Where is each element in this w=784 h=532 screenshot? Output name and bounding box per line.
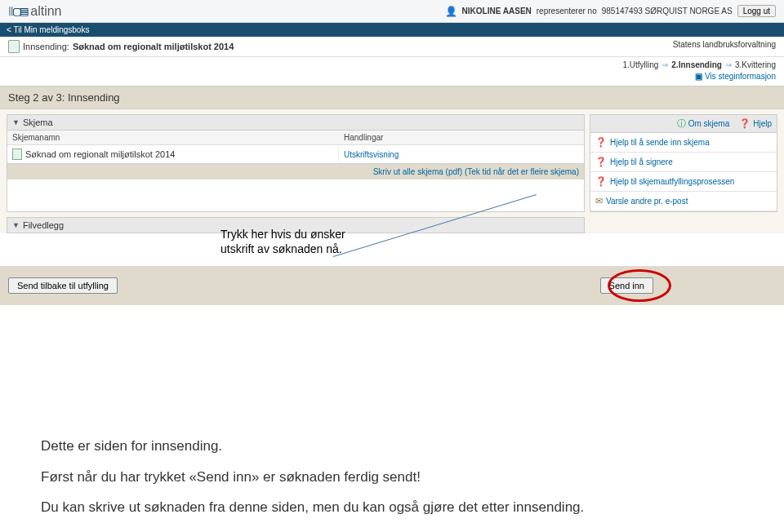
notify-others[interactable]: ✉Varsle andre pr. e-post bbox=[590, 192, 777, 211]
schema-row-action: Utskriftsvisning bbox=[339, 145, 584, 163]
send-button[interactable]: Send inn bbox=[600, 277, 653, 294]
back-link[interactable]: < Til Min meldingsboks bbox=[7, 25, 89, 34]
step-2: 2.Innsending bbox=[671, 60, 722, 69]
schema-body: Skjemanamn Handlingar Søknad om regional… bbox=[7, 131, 584, 180]
mail-icon: ✉ bbox=[595, 196, 603, 206]
schema-header[interactable]: ▼ Skjema bbox=[7, 115, 584, 131]
step-title: Steg 2 av 3: Innsending bbox=[0, 86, 784, 109]
arrow-icon: ⇒ bbox=[662, 60, 668, 69]
col-name-header: Skjemanamn bbox=[7, 131, 339, 145]
schema-header-label: Skjema bbox=[23, 117, 53, 127]
user-name: NIKOLINE AASEN bbox=[462, 7, 532, 16]
explain-p3: Du kan skrive ut søknaden fra denne side… bbox=[41, 497, 743, 518]
explain-p2: Først når du har trykket «Send inn» er s… bbox=[41, 467, 743, 488]
help-fill[interactable]: ❓Hjelp til skjemautfyllingsprosessen bbox=[590, 172, 777, 192]
print-all-link[interactable]: Skriv ut alle skjema (pdf) (Tek tid når … bbox=[373, 167, 579, 176]
sub-header: Innsending: Søknad om regionalt miljøtil… bbox=[0, 37, 784, 57]
chevron-down-icon: ▼ bbox=[12, 221, 20, 229]
back-bar: < Til Min meldingsboks bbox=[0, 23, 784, 37]
help-link[interactable]: ❓ Hjelp bbox=[739, 117, 772, 130]
filvedlegg-label: Filvedlegg bbox=[23, 220, 64, 230]
help-icon: ❓ bbox=[739, 118, 751, 129]
help-icon: ❓ bbox=[595, 137, 607, 148]
logo-text: altinn bbox=[30, 4, 61, 19]
step-info-link[interactable]: ▣Vis steginformasjon bbox=[695, 72, 776, 81]
main-grid: ▼ Skjema Skjemanamn Handlingar Søknad om… bbox=[0, 109, 784, 212]
side-panel: ⓘ Om skjema ❓ Hjelp ❓Hjelp til å sende i… bbox=[590, 114, 777, 212]
org-name: 985147493 SØRQUIST NORGE AS bbox=[602, 7, 733, 16]
arrow-icon: ⇒ bbox=[725, 60, 732, 69]
explanation: Dette er siden for innsending. Først når… bbox=[0, 305, 784, 532]
top-bar: ⦀▢▤ altinn 👤 NIKOLINE AASEN representere… bbox=[0, 0, 784, 23]
sub-left: Innsending: Søknad om regionalt miljøtil… bbox=[8, 40, 234, 53]
help-icon: ❓ bbox=[595, 176, 607, 187]
user-icon: 👤 bbox=[445, 6, 457, 17]
steps-row: 1.Utfylling ⇒ 2.Innsending ⇒ 3.Kvitterin… bbox=[0, 57, 784, 71]
logout-button[interactable]: Logg ut bbox=[737, 5, 776, 17]
logo: ⦀▢▤ altinn bbox=[8, 3, 62, 19]
action-bar: Send tilbake til utfylling Trykk her hvi… bbox=[0, 266, 784, 305]
step-1: 1.Utfylling bbox=[622, 60, 658, 69]
explain-p1: Dette er siden for innsending. bbox=[41, 436, 743, 457]
about-schema[interactable]: ⓘ Om skjema bbox=[677, 117, 730, 130]
represents-label: representerer no bbox=[537, 7, 597, 16]
document-icon bbox=[8, 40, 20, 53]
back-to-fill-button[interactable]: Send tilbake til utfylling bbox=[8, 277, 118, 294]
plus-icon: ▣ bbox=[695, 72, 702, 81]
filvedlegg-row: ▼ Filvedlegg bbox=[0, 212, 784, 233]
step-3: 3.Kvittering bbox=[735, 60, 776, 69]
document-icon bbox=[12, 149, 22, 160]
form-title: Søknad om regionalt miljøtilskot 2014 bbox=[73, 42, 234, 51]
print-view-link[interactable]: Utskriftsvisning bbox=[344, 150, 399, 159]
steps-info: ▣Vis steginformasjon bbox=[0, 71, 784, 86]
help-icon: ❓ bbox=[595, 157, 607, 167]
help-send[interactable]: ❓Hjelp til å sende inn skjema bbox=[590, 133, 777, 153]
schema-panel: ▼ Skjema Skjemanamn Handlingar Søknad om… bbox=[7, 114, 585, 212]
side-head: ⓘ Om skjema ❓ Hjelp bbox=[590, 115, 777, 133]
agency-name: Statens landbruksforvaltning bbox=[673, 40, 776, 53]
innsending-label: Innsending: bbox=[23, 42, 69, 51]
logo-icon: ⦀▢▤ bbox=[8, 3, 27, 19]
chevron-down-icon: ▼ bbox=[12, 118, 20, 126]
col-actions-header: Handlingar bbox=[339, 131, 584, 145]
help-sign[interactable]: ❓Hjelp til å signere bbox=[590, 153, 777, 172]
user-area: 👤 NIKOLINE AASEN representerer no 985147… bbox=[445, 5, 776, 17]
info-icon: ⓘ bbox=[677, 117, 686, 130]
print-all-row: Skriv ut alle skjema (pdf) (Tek tid når … bbox=[7, 163, 584, 180]
schema-row-name: Søknad om regionalt miljøtilskot 2014 bbox=[7, 145, 339, 163]
